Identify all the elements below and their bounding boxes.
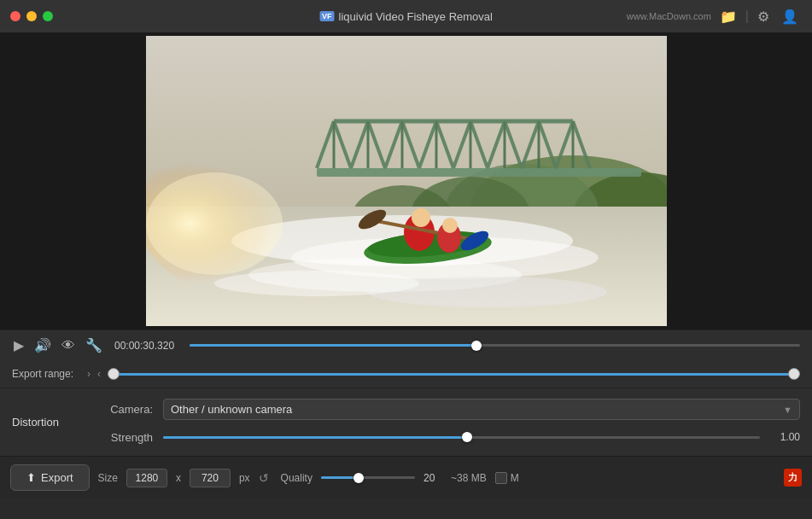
camera-label: Camera: bbox=[97, 403, 153, 416]
playback-slider[interactable] bbox=[190, 344, 800, 347]
playback-fill bbox=[190, 344, 476, 347]
checkbox[interactable] bbox=[495, 472, 507, 484]
logo-box: 力 bbox=[784, 469, 802, 487]
settings-right: Camera: Other / unknown camera ▼ Strengt… bbox=[97, 399, 800, 446]
quality-label: Quality bbox=[281, 472, 313, 484]
traffic-lights bbox=[10, 11, 53, 21]
divider: | bbox=[745, 9, 749, 24]
bottom-logo: 力 bbox=[784, 469, 802, 487]
strength-slider[interactable] bbox=[163, 429, 760, 446]
quality-value: 20 bbox=[424, 472, 442, 484]
export-button[interactable]: ⬆ Export bbox=[10, 464, 90, 491]
strength-row: Strength 1.00 bbox=[97, 429, 800, 446]
toolbar-icons: www.MacDown.com 📁 | ⚙ 👤 bbox=[627, 7, 802, 26]
video-player bbox=[146, 36, 667, 326]
app-title: liquivid Video Fisheye Removal bbox=[339, 10, 493, 23]
checkbox-label: M bbox=[511, 472, 519, 484]
reset-button[interactable]: ↺ bbox=[259, 471, 269, 485]
user-button[interactable]: 👤 bbox=[778, 7, 802, 26]
width-input[interactable] bbox=[126, 469, 167, 487]
strength-thumb[interactable] bbox=[462, 432, 472, 442]
export-range-label: Export range: bbox=[12, 368, 80, 380]
close-button[interactable] bbox=[10, 11, 20, 21]
settings-icon-btn[interactable]: 🔧 bbox=[84, 335, 104, 355]
strength-value: 1.00 bbox=[770, 431, 800, 443]
settings-area: Distortion Camera: Other / unknown camer… bbox=[0, 388, 812, 456]
camera-row: Camera: Other / unknown camera ▼ bbox=[97, 399, 800, 420]
playback-thumb[interactable] bbox=[471, 341, 482, 351]
export-label: Export bbox=[41, 471, 73, 484]
range-right-arrow[interactable]: ‹ bbox=[97, 368, 101, 380]
view-button[interactable]: 👁 bbox=[60, 336, 77, 355]
quality-fill bbox=[321, 476, 354, 479]
height-input[interactable] bbox=[190, 469, 231, 487]
title-bar: VF liquivid Video Fisheye Removal www.Ma… bbox=[0, 0, 812, 32]
range-left-arrow[interactable]: › bbox=[87, 368, 91, 380]
size-label: Size bbox=[98, 472, 118, 484]
checkbox-area[interactable]: M bbox=[495, 472, 519, 484]
filesize: ~38 MB bbox=[451, 472, 487, 484]
video-container bbox=[0, 32, 812, 329]
maximize-button[interactable] bbox=[43, 11, 53, 21]
export-range-bar: Export range: › ‹ bbox=[0, 360, 812, 388]
gear-button[interactable]: ⚙ bbox=[754, 7, 773, 26]
app-icon: VF bbox=[319, 11, 335, 21]
distortion-label: Distortion bbox=[12, 416, 97, 429]
range-handle-right[interactable] bbox=[788, 368, 800, 380]
strength-label: Strength bbox=[97, 431, 153, 444]
window-title: VF liquivid Video Fisheye Removal bbox=[319, 10, 493, 23]
range-handle-left[interactable] bbox=[108, 368, 120, 380]
camera-value: Other / unknown camera bbox=[171, 403, 292, 416]
export-bar: ⬆ Export Size x px ↺ Quality 20 ~38 MB M… bbox=[0, 456, 812, 499]
svg-rect-6 bbox=[317, 168, 641, 177]
export-icon: ⬆ bbox=[26, 471, 36, 484]
svg-point-41 bbox=[412, 208, 430, 227]
px-label: px bbox=[239, 472, 250, 484]
folder-button[interactable]: 📁 bbox=[716, 7, 740, 26]
svg-point-46 bbox=[442, 218, 458, 233]
camera-select[interactable]: Other / unknown camera ▼ bbox=[163, 399, 800, 420]
range-track bbox=[108, 373, 800, 376]
quality-track bbox=[321, 476, 415, 479]
x-separator: x bbox=[176, 472, 181, 484]
play-button[interactable]: ▶ bbox=[12, 335, 26, 355]
video-frame bbox=[146, 36, 667, 326]
strength-fill bbox=[163, 436, 462, 439]
controls-bar: ▶ 🔊 👁 🔧 00:00:30.320 bbox=[0, 329, 812, 360]
range-slider[interactable] bbox=[108, 365, 800, 382]
watermark-text: www.MacDown.com bbox=[627, 11, 711, 21]
minimize-button[interactable] bbox=[26, 11, 37, 21]
time-display: 00:00:30.320 bbox=[114, 340, 183, 352]
svg-point-48 bbox=[146, 172, 283, 275]
quality-slider[interactable] bbox=[321, 469, 415, 487]
quality-thumb[interactable] bbox=[353, 473, 364, 483]
volume-button[interactable]: 🔊 bbox=[32, 335, 53, 355]
dropdown-arrow-icon: ▼ bbox=[783, 405, 792, 415]
